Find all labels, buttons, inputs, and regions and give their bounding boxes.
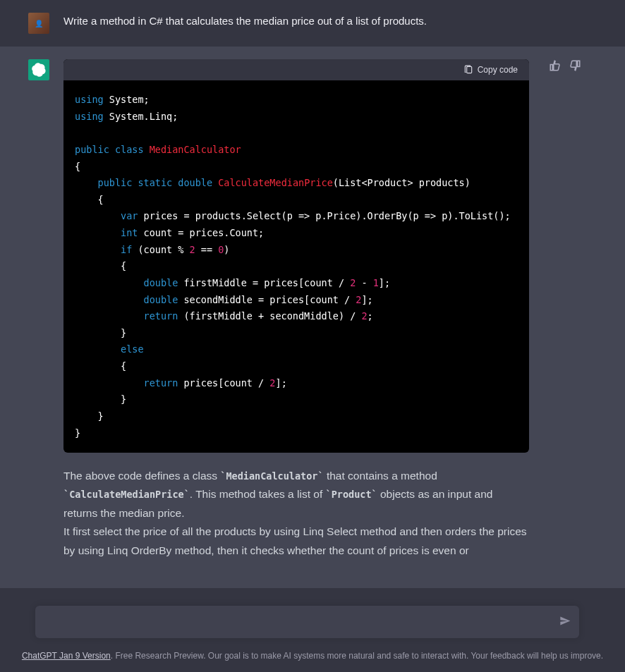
footer-text: ChatGPT Jan 9 Version. Free Research Pre… (0, 651, 625, 661)
thumbs-up-icon[interactable] (549, 59, 562, 72)
send-icon (559, 616, 571, 627)
version-link[interactable]: ChatGPT Jan 9 Version (22, 651, 111, 661)
user-message-text: Write a method in C# that calculates the… (63, 13, 529, 34)
code-header: Copy code (63, 59, 529, 80)
feedback-buttons (549, 59, 581, 560)
copy-code-label: Copy code (478, 65, 518, 75)
chat-input[interactable] (35, 606, 579, 638)
user-message-row: 👤 Write a method in C# that calculates t… (0, 0, 625, 47)
assistant-message-content: Copy code using System; using System.Lin… (63, 59, 529, 560)
assistant-avatar (28, 59, 49, 80)
input-area (35, 606, 579, 638)
copy-code-button[interactable]: Copy code (463, 65, 518, 75)
code-block: Copy code using System; using System.Lin… (63, 59, 529, 453)
svg-rect-0 (466, 66, 471, 73)
clipboard-icon (463, 65, 473, 75)
code-body[interactable]: using System; using System.Linq; public … (63, 80, 529, 453)
user-avatar: 👤 (28, 13, 49, 34)
send-button[interactable] (559, 616, 571, 629)
assistant-message-row: Copy code using System; using System.Lin… (0, 47, 625, 588)
thumbs-down-icon[interactable] (569, 59, 581, 72)
explanation-text: The above code defines a class `MedianCa… (63, 467, 529, 560)
